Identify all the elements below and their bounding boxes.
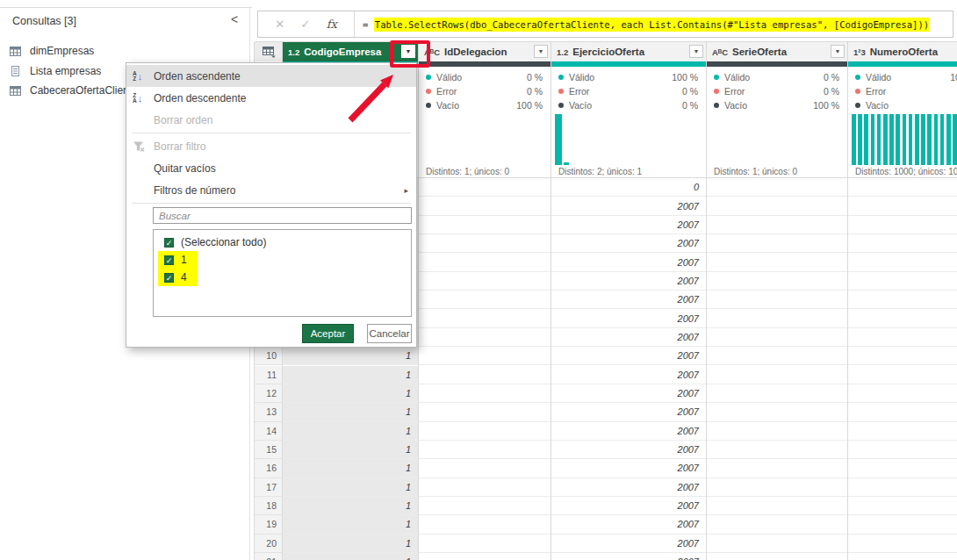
- row-number[interactable]: 13: [255, 403, 283, 421]
- table-cell[interactable]: [707, 197, 848, 215]
- table-cell[interactable]: [848, 291, 957, 309]
- row-number[interactable]: 17: [255, 478, 283, 497]
- table-cell[interactable]: 1: [283, 497, 419, 515]
- table-cell[interactable]: [419, 234, 551, 253]
- row-number[interactable]: 11: [255, 366, 283, 384]
- column-type-icon[interactable]: 1²3: [853, 47, 866, 57]
- table-cell[interactable]: [707, 253, 848, 271]
- menu-item-quitar-vac-os[interactable]: Quitar vacíos: [126, 157, 416, 179]
- table-cell[interactable]: 1: [283, 515, 419, 534]
- column-type-icon[interactable]: 1.2: [557, 47, 568, 57]
- table-cell[interactable]: 1: [283, 459, 419, 477]
- filter-value-item-4[interactable]: ✓4: [154, 269, 411, 286]
- filter-value-item-1[interactable]: ✓1: [154, 251, 411, 269]
- table-cell[interactable]: [707, 515, 848, 534]
- table-cell[interactable]: [419, 272, 551, 291]
- table-cell[interactable]: 2007: [551, 478, 707, 497]
- checkbox-checked-icon[interactable]: ✓: [164, 238, 174, 248]
- column-header-serieoferta[interactable]: AᴮCSerieOferta▼: [707, 42, 848, 61]
- table-cell[interactable]: [419, 422, 551, 441]
- table-cell[interactable]: 2007: [551, 253, 707, 271]
- filter-search-input[interactable]: [153, 207, 412, 224]
- table-cell[interactable]: [848, 459, 957, 477]
- table-cell[interactable]: [419, 328, 551, 347]
- table-cell[interactable]: [419, 216, 551, 234]
- table-cell[interactable]: 2007: [551, 366, 707, 384]
- table-cell[interactable]: [848, 478, 957, 497]
- table-cell[interactable]: [848, 309, 957, 327]
- table-cell[interactable]: 2007: [551, 291, 707, 309]
- table-cell[interactable]: [707, 422, 848, 441]
- table-cell[interactable]: [419, 403, 551, 421]
- table-cell[interactable]: 0: [551, 178, 707, 197]
- table-cell[interactable]: [848, 366, 957, 384]
- table-cell[interactable]: 2007: [551, 328, 707, 347]
- checkbox-checked-icon[interactable]: ✓: [164, 255, 174, 265]
- table-cell[interactable]: [707, 403, 848, 421]
- filter-dropdown-button-codigoempresa[interactable]: ▼: [401, 45, 415, 58]
- column-type-icon[interactable]: AᴮC: [424, 47, 440, 57]
- column-header-numerooferta[interactable]: 1²3NumeroOferta▼: [848, 42, 957, 61]
- row-number[interactable]: 15: [255, 441, 283, 459]
- table-cell[interactable]: 1: [283, 403, 419, 421]
- table-cell[interactable]: 2007: [551, 272, 707, 291]
- table-cell[interactable]: [848, 347, 957, 365]
- table-cell[interactable]: [419, 441, 551, 459]
- menu-item-filtros-de-n-mero[interactable]: Filtros de número▸: [126, 179, 416, 201]
- table-cell[interactable]: 2007: [551, 553, 707, 560]
- menu-item-orden-ascendente[interactable]: AZ↓Orden ascendente: [126, 65, 416, 87]
- table-cell[interactable]: 2007: [551, 441, 707, 459]
- table-cell[interactable]: 2007: [551, 309, 707, 327]
- table-cell[interactable]: [419, 515, 551, 534]
- table-cell[interactable]: [848, 403, 957, 421]
- table-cell[interactable]: [419, 178, 551, 197]
- row-number[interactable]: 20: [255, 535, 283, 553]
- table-cell[interactable]: 2007: [551, 216, 707, 234]
- table-cell[interactable]: [707, 497, 848, 515]
- table-cell[interactable]: [419, 366, 551, 384]
- row-number[interactable]: 10: [255, 347, 283, 365]
- row-number[interactable]: 19: [255, 515, 283, 534]
- table-cell[interactable]: 2007: [551, 535, 707, 553]
- table-cell[interactable]: [848, 197, 957, 215]
- table-cell[interactable]: [848, 497, 957, 515]
- table-cell[interactable]: [707, 216, 848, 234]
- filter-dropdown-button-ejerciciooferta[interactable]: ▼: [689, 45, 703, 58]
- table-cell[interactable]: [707, 272, 848, 291]
- table-cell[interactable]: [848, 422, 957, 441]
- table-cell[interactable]: [848, 384, 957, 403]
- table-cell[interactable]: [419, 347, 551, 365]
- filter-dropdown-button-iddelegacion[interactable]: ▼: [534, 45, 548, 58]
- table-cell[interactable]: 2007: [551, 497, 707, 515]
- filter-dropdown-button-serieoferta[interactable]: ▼: [831, 45, 845, 58]
- table-cell[interactable]: [707, 459, 848, 477]
- table-cell[interactable]: [848, 328, 957, 347]
- table-cell[interactable]: [419, 535, 551, 553]
- table-cell[interactable]: [707, 478, 848, 497]
- table-cell[interactable]: 2007: [551, 197, 707, 215]
- table-cell[interactable]: [419, 197, 551, 215]
- table-cell[interactable]: [707, 291, 848, 309]
- table-cell[interactable]: 2007: [551, 384, 707, 403]
- table-cell[interactable]: 2007: [551, 515, 707, 534]
- table-cell[interactable]: [707, 347, 848, 365]
- cancel-button[interactable]: Cancelar: [367, 324, 412, 343]
- table-cell[interactable]: 2007: [551, 234, 707, 253]
- column-type-icon[interactable]: AᴮC: [712, 47, 728, 57]
- table-cell[interactable]: [848, 216, 957, 234]
- row-number[interactable]: 12: [255, 384, 283, 403]
- column-header-iddelegacion[interactable]: AᴮCIdDelegacion▼: [419, 42, 551, 61]
- table-cell[interactable]: 1: [283, 535, 419, 553]
- table-cell[interactable]: 2007: [551, 459, 707, 477]
- table-cell[interactable]: 1: [283, 478, 419, 497]
- table-cell[interactable]: [707, 366, 848, 384]
- table-cell[interactable]: [419, 478, 551, 497]
- table-cell[interactable]: 1: [283, 422, 419, 441]
- table-cell[interactable]: 1: [283, 366, 419, 384]
- column-header-codigoempresa[interactable]: 1.2CodigoEmpresa▼: [283, 42, 419, 61]
- table-cell[interactable]: 1: [283, 347, 419, 365]
- table-cell[interactable]: 2007: [551, 347, 707, 365]
- column-header-ejerciciooferta[interactable]: 1.2EjercicioOferta▼: [551, 42, 707, 61]
- row-number[interactable]: 18: [255, 497, 283, 515]
- table-cell[interactable]: [419, 384, 551, 403]
